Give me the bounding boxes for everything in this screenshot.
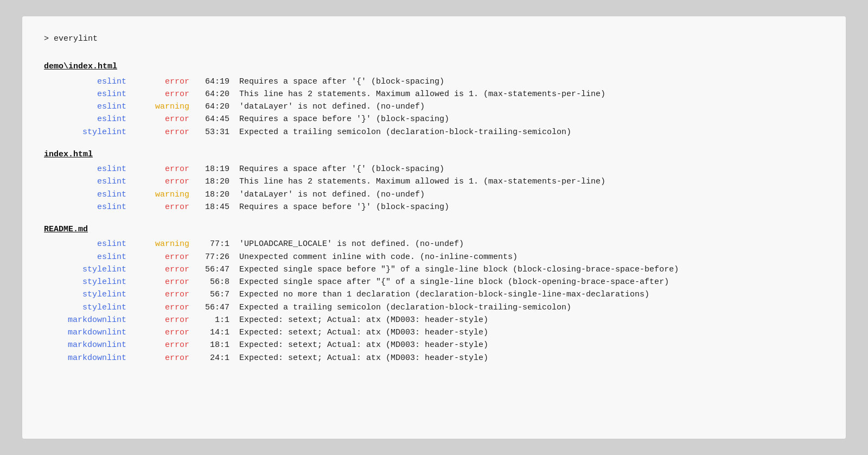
lint-message: Expected: setext; Actual: atx (MD003: he… — [239, 326, 824, 339]
lint-row: eslintwarning64:20'dataLayer' is not def… — [44, 100, 824, 113]
lint-position: 64:20 — [196, 100, 239, 113]
lint-message: Requires a space after '{' (block-spacin… — [239, 75, 824, 88]
linter-name: eslint — [44, 113, 131, 125]
lint-position: 18:20 — [196, 175, 239, 188]
lint-position: 64:19 — [196, 75, 239, 88]
linter-name: stylelint — [44, 288, 131, 301]
file-header-1: index.html — [44, 148, 824, 161]
terminal-window: > everylint demo\index.htmleslinterror64… — [22, 16, 846, 439]
linter-name: markdownlint — [44, 339, 131, 351]
lint-position: 56:7 — [196, 288, 239, 301]
lint-level: warning — [131, 238, 196, 250]
lint-level: error — [131, 126, 196, 138]
lint-row: markdownlinterror1:1Expected: setext; Ac… — [44, 314, 824, 326]
lint-message: 'UPLOADCARE_LOCALE' is not defined. (no-… — [239, 238, 824, 250]
lint-message: Requires a space before '}' (block-spaci… — [239, 201, 824, 213]
lint-row: eslinterror18:45Requires a space before … — [44, 201, 824, 213]
lint-position: 64:45 — [196, 113, 239, 125]
lint-message: Expected a trailing semicolon (declarati… — [239, 126, 824, 138]
linter-name: markdownlint — [44, 326, 131, 339]
lint-message: This line has 2 statements. Maximum allo… — [239, 88, 824, 100]
lint-level: warning — [131, 188, 196, 201]
linter-name: stylelint — [44, 301, 131, 314]
lint-message: Expected: setext; Actual: atx (MD003: he… — [239, 352, 824, 364]
lint-position: 1:1 — [196, 314, 239, 326]
lint-output: demo\index.htmleslinterror64:19Requires … — [44, 60, 824, 364]
lint-row: stylelinterror56:47Expected a trailing s… — [44, 301, 824, 314]
lint-row: eslintwarning18:20'dataLayer' is not def… — [44, 188, 824, 201]
lint-message: Requires a space after '{' (block-spacin… — [239, 163, 824, 175]
lint-message: Expected no more than 1 declaration (dec… — [239, 288, 824, 301]
lint-position: 56:47 — [196, 263, 239, 276]
lint-message: Unexpected comment inline with code. (no… — [239, 251, 824, 263]
lint-row: eslintwarning77:1'UPLOADCARE_LOCALE' is … — [44, 238, 824, 250]
lint-row: eslinterror18:20This line has 2 statemen… — [44, 175, 824, 188]
lint-row: eslinterror64:20This line has 2 statemen… — [44, 88, 824, 100]
lint-message: Requires a space before '}' (block-spaci… — [239, 113, 824, 125]
lint-level: error — [131, 88, 196, 100]
lint-position: 53:31 — [196, 126, 239, 138]
lint-message: Expected a trailing semicolon (declarati… — [239, 301, 824, 314]
lint-row: markdownlinterror24:1Expected: setext; A… — [44, 352, 824, 364]
linter-name: eslint — [44, 201, 131, 213]
linter-name: eslint — [44, 75, 131, 88]
lint-position: 56:8 — [196, 276, 239, 288]
lint-level: error — [131, 201, 196, 213]
lint-position: 18:20 — [196, 188, 239, 201]
lint-level: error — [131, 113, 196, 125]
lint-level: error — [131, 301, 196, 314]
file-header-0: demo\index.html — [44, 60, 824, 73]
linter-name: stylelint — [44, 263, 131, 276]
lint-position: 14:1 — [196, 326, 239, 339]
lint-position: 64:20 — [196, 88, 239, 100]
lint-message: 'dataLayer' is not defined. (no-undef) — [239, 100, 824, 113]
lint-message: Expected: setext; Actual: atx (MD003: he… — [239, 339, 824, 351]
lint-message: Expected: setext; Actual: atx (MD003: he… — [239, 314, 824, 326]
lint-message: Expected single space before "}" of a si… — [239, 263, 824, 276]
lint-level: error — [131, 326, 196, 339]
lint-position: 24:1 — [196, 352, 239, 364]
lint-level: error — [131, 263, 196, 276]
linter-name: eslint — [44, 100, 131, 113]
lint-level: error — [131, 163, 196, 175]
lint-level: error — [131, 314, 196, 326]
prompt-line: > everylint — [44, 33, 824, 45]
lint-level: error — [131, 339, 196, 351]
lint-position: 77:26 — [196, 251, 239, 263]
linter-name: eslint — [44, 163, 131, 175]
linter-name: eslint — [44, 238, 131, 250]
file-header-2: README.md — [44, 223, 824, 236]
lint-row: eslinterror64:19Requires a space after '… — [44, 75, 824, 88]
lint-row: eslinterror77:26Unexpected comment inlin… — [44, 251, 824, 263]
lint-row: stylelinterror53:31Expected a trailing s… — [44, 126, 824, 138]
linter-name: markdownlint — [44, 314, 131, 326]
linter-name: eslint — [44, 251, 131, 263]
lint-message: This line has 2 statements. Maximum allo… — [239, 175, 824, 188]
linter-name: markdownlint — [44, 352, 131, 364]
lint-row: stylelinterror56:7Expected no more than … — [44, 288, 824, 301]
linter-name: stylelint — [44, 276, 131, 288]
lint-level: error — [131, 175, 196, 188]
lint-row: eslinterror18:19Requires a space after '… — [44, 163, 824, 175]
lint-position: 18:45 — [196, 201, 239, 213]
lint-position: 18:1 — [196, 339, 239, 351]
lint-message: 'dataLayer' is not defined. (no-undef) — [239, 188, 824, 201]
lint-position: 56:47 — [196, 301, 239, 314]
linter-name: stylelint — [44, 126, 131, 138]
linter-name: eslint — [44, 88, 131, 100]
lint-position: 77:1 — [196, 238, 239, 250]
linter-name: eslint — [44, 175, 131, 188]
lint-level: error — [131, 352, 196, 364]
lint-level: error — [131, 75, 196, 88]
lint-row: eslinterror64:45Requires a space before … — [44, 113, 824, 125]
lint-row: stylelinterror56:8Expected single space … — [44, 276, 824, 288]
lint-row: markdownlinterror18:1Expected: setext; A… — [44, 339, 824, 351]
lint-level: error — [131, 288, 196, 301]
lint-level: error — [131, 251, 196, 263]
linter-name: eslint — [44, 188, 131, 201]
lint-level: warning — [131, 100, 196, 113]
lint-row: stylelinterror56:47Expected single space… — [44, 263, 824, 276]
lint-message: Expected single space after "{" of a sin… — [239, 276, 824, 288]
lint-row: markdownlinterror14:1Expected: setext; A… — [44, 326, 824, 339]
lint-level: error — [131, 276, 196, 288]
